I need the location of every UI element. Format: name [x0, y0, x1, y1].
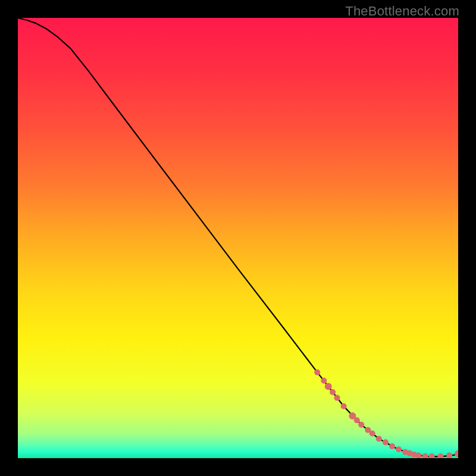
data-point — [383, 439, 389, 445]
data-point — [314, 369, 320, 375]
plot-area — [18, 18, 458, 458]
data-point — [455, 450, 458, 458]
data-point — [396, 446, 402, 452]
data-point — [437, 453, 443, 458]
watermark-label: TheBottleneck.com — [345, 4, 459, 19]
data-point — [358, 422, 364, 428]
data-point — [341, 403, 347, 409]
data-point — [321, 378, 327, 384]
data-point — [376, 436, 382, 441]
data-point — [369, 431, 375, 437]
curve-layer — [18, 18, 458, 458]
data-point — [354, 417, 360, 423]
data-point — [325, 383, 332, 390]
data-point — [330, 389, 336, 395]
data-point — [446, 453, 452, 458]
data-point — [334, 395, 340, 401]
data-point — [429, 453, 435, 458]
chart-stage: TheBottleneck.com — [0, 0, 476, 476]
data-point — [389, 443, 395, 449]
data-markers — [314, 369, 458, 458]
data-point — [422, 453, 428, 458]
bottleneck-curve — [18, 18, 458, 456]
